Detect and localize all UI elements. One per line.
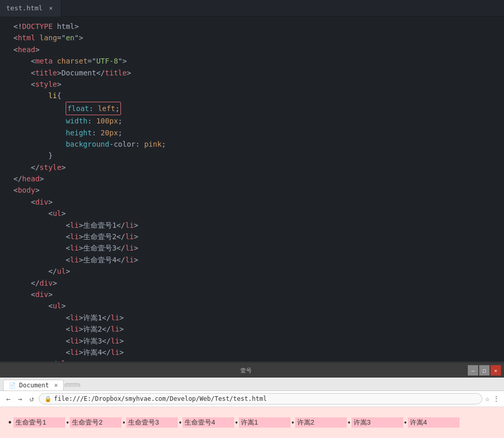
doctype-text: html bbox=[53, 21, 74, 32]
browser-tab-close[interactable]: × bbox=[54, 382, 58, 389]
browser-tab-bar: 📄 Document × bbox=[0, 378, 504, 391]
address-text: file:///E:/Dropbox/smyhvae.com/Develop/W… bbox=[54, 395, 267, 402]
tab-close-button[interactable]: × bbox=[47, 4, 55, 12]
code-line-24: <div> bbox=[5, 289, 504, 300]
code-line-27: <li>许嵩2</li> bbox=[5, 323, 504, 335]
code-area: <!DOCTYPE html> <html lang="en"> <head> … bbox=[0, 17, 504, 362]
code-line-4: <meta charset="UTF-8"> bbox=[5, 55, 504, 67]
code-line-18: <li>生命壹号1</li> bbox=[5, 220, 504, 231]
code-line-16: <div> bbox=[5, 196, 504, 208]
browser-window: 壹号 — □ ✕ 📄 Document × ← → ↺ 🔒 file:///E: bbox=[0, 362, 504, 438]
code-line-2: <html lang="en"> bbox=[5, 32, 504, 43]
browser-toolbar: ← → ↺ 🔒 file:///E:/Dropbox/smyhvae.com/D… bbox=[0, 391, 504, 407]
rendered-item-7: 许嵩3 bbox=[352, 417, 403, 428]
code-line-6: <style> bbox=[5, 79, 504, 90]
rendered-item-8: 许嵩4 bbox=[408, 417, 460, 428]
code-line-1: <!DOCTYPE html> bbox=[5, 21, 504, 32]
rendered-item-4: 生命壹号4 bbox=[182, 417, 234, 428]
code-line-19: <li>生命壹号2</li> bbox=[5, 231, 504, 242]
window-controls: — □ ✕ bbox=[468, 365, 501, 376]
code-line-20: <li>生命壹号3</li> bbox=[5, 242, 504, 254]
secure-icon: 🔒 bbox=[44, 396, 52, 402]
code-line-21: <li>生命壹号4</li> bbox=[5, 254, 504, 265]
code-line-30: </ul> bbox=[5, 358, 504, 362]
code-line-8: float: left; bbox=[5, 102, 504, 115]
minimize-button[interactable]: — bbox=[468, 365, 478, 376]
code-line-15: <body> bbox=[5, 184, 504, 196]
punctuation: <! bbox=[13, 21, 22, 32]
code-line-14: </head> bbox=[5, 173, 504, 184]
maximize-button[interactable]: □ bbox=[479, 365, 490, 376]
tab-bar: test.html × bbox=[0, 0, 504, 17]
forward-button[interactable]: → bbox=[16, 394, 24, 404]
browser-rendered-content: • 生命壹号1 • 生命壹号2 • 生命壹号3 • 生命壹号4 • 许嵩1 • … bbox=[0, 407, 504, 438]
code-line-7: li{ bbox=[5, 90, 504, 101]
code-line-29: <li>许嵩4</li> bbox=[5, 347, 504, 358]
code-line-3: <head> bbox=[5, 44, 504, 55]
window-close-button[interactable]: ✕ bbox=[491, 365, 501, 376]
highlight-float: float: left; bbox=[66, 102, 121, 115]
rendered-item-2: 生命壹号2 bbox=[70, 417, 121, 428]
rendered-item-1: 生命壹号1 bbox=[13, 417, 65, 428]
page-icon: 📄 bbox=[9, 382, 16, 389]
code-line-9: width: 100px; bbox=[5, 115, 504, 127]
doctype-keyword: DOCTYPE bbox=[22, 21, 53, 32]
code-line-23: </div> bbox=[5, 277, 504, 289]
rendered-item-6: 许嵩2 bbox=[295, 417, 347, 428]
rendered-list: • 生命壹号1 • 生命壹号2 • 生命壹号3 • 生命壹号4 • 许嵩1 • … bbox=[8, 417, 460, 428]
bookmark-icon[interactable]: ☆ bbox=[485, 395, 490, 403]
code-line-26: <li>许嵩1</li> bbox=[5, 312, 504, 323]
back-button[interactable]: ← bbox=[4, 394, 12, 404]
browser-tab-label: Document bbox=[19, 382, 49, 389]
code-line-5: <title>Document</title> bbox=[5, 67, 504, 79]
code-line-25: <ul> bbox=[5, 300, 504, 311]
code-line-11: background-color: pink; bbox=[5, 138, 504, 150]
code-line-13: </style> bbox=[5, 162, 504, 173]
code-line-17: <ul> bbox=[5, 208, 504, 219]
editor-tab[interactable]: test.html × bbox=[0, 0, 62, 17]
browser-window-title: 壹号 bbox=[240, 367, 252, 374]
code-line-10: height: 20px; bbox=[5, 127, 504, 138]
address-bar[interactable]: 🔒 file:///E:/Dropbox/smyhvae.com/Develop… bbox=[39, 393, 482, 404]
code-line-22: </ul> bbox=[5, 265, 504, 277]
browser-tab-active[interactable]: 📄 Document × bbox=[3, 380, 64, 390]
list-bullet: • bbox=[8, 417, 11, 428]
browser-tab-inactive[interactable] bbox=[65, 383, 80, 387]
refresh-button[interactable]: ↺ bbox=[27, 394, 36, 404]
code-line-12: } bbox=[5, 150, 504, 161]
editor-container: test.html × <!DOCTYPE html> <html lang="… bbox=[0, 0, 504, 362]
code-line-28: <li>许嵩3</li> bbox=[5, 335, 504, 347]
tab-filename: test.html bbox=[6, 4, 42, 12]
rendered-item-3: 生命壹号3 bbox=[126, 417, 178, 428]
menu-icon[interactable]: ⋮ bbox=[493, 395, 500, 403]
rendered-item-5: 许嵩1 bbox=[239, 417, 291, 428]
